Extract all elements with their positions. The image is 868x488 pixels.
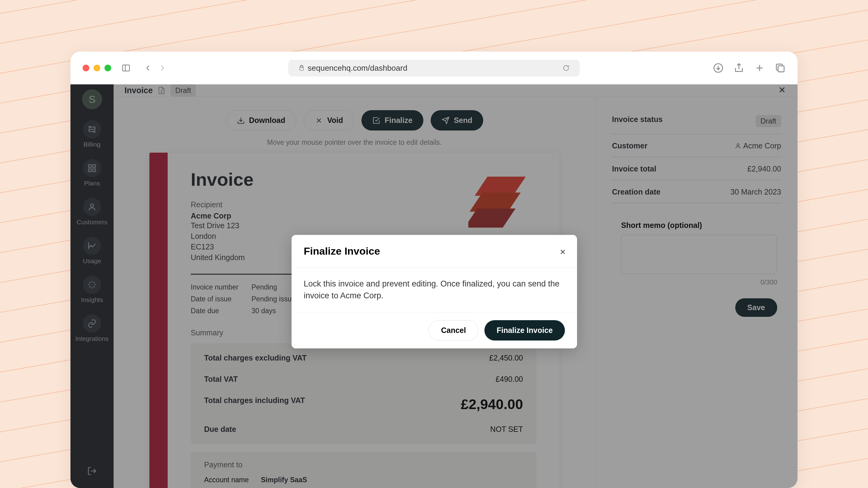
browser-window: sequencehq.com/dashboard S Billing Plans… [70,52,798,488]
svg-rect-7 [778,66,784,72]
lock-icon [299,65,305,71]
modal-body: Lock this invoice and prevent editing. O… [291,268,577,312]
url-text: sequencehq.com/dashboard [308,63,407,73]
maximize-window-icon[interactable] [104,65,111,71]
new-tab-icon[interactable] [754,63,765,73]
finalize-modal: Finalize Invoice Lock this invoice and p… [291,235,577,348]
browser-toolbar: sequencehq.com/dashboard [70,52,798,85]
reload-icon[interactable] [563,65,569,71]
url-bar[interactable]: sequencehq.com/dashboard [288,60,580,76]
modal-close-button[interactable] [559,247,567,258]
minimize-window-icon[interactable] [94,65,100,71]
share-icon[interactable] [734,63,744,73]
modal-actions: Cancel Finalize Invoice [291,312,577,348]
downloads-icon[interactable] [713,63,723,73]
app-root: S Billing Plans Customers Usage Insights [70,85,798,488]
svg-rect-0 [123,65,130,71]
forward-icon[interactable] [158,63,167,72]
back-icon[interactable] [143,63,152,72]
modal-cancel-button[interactable]: Cancel [429,320,478,340]
modal-confirm-button[interactable]: Finalize Invoice [485,320,565,340]
sidebar-toggle-icon[interactable] [122,63,131,72]
window-controls[interactable] [83,65,111,71]
tabs-icon[interactable] [775,63,785,73]
modal-title: Finalize Invoice [291,235,577,268]
close-window-icon[interactable] [83,65,89,71]
